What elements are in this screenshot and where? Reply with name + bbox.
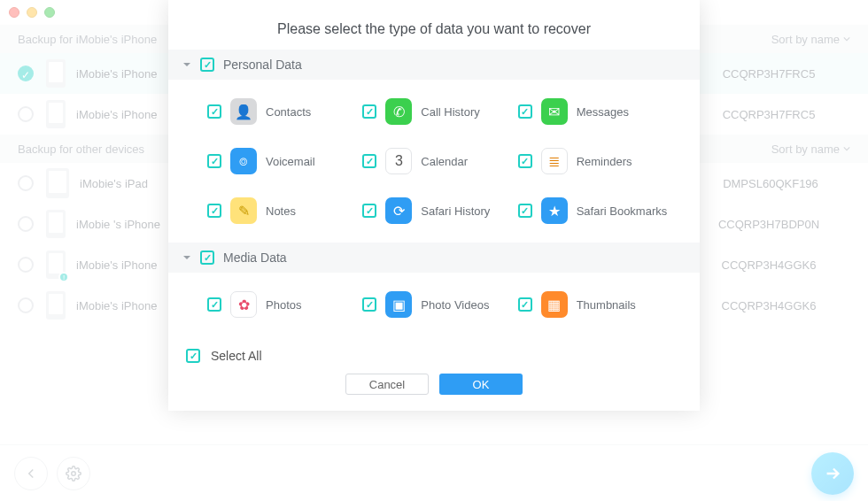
data-type-item[interactable]: ⌾ Voicemail (207, 136, 362, 186)
item-checkbox[interactable] (518, 204, 532, 218)
item-checkbox[interactable] (362, 104, 376, 119)
chevron-down-icon (182, 253, 191, 262)
thumbnails-icon: ▦ (541, 291, 568, 318)
category-name: Media Data (223, 250, 287, 265)
contacts-icon: 👤 (230, 98, 257, 125)
cancel-button[interactable]: Cancel (345, 374, 429, 395)
item-checkbox[interactable] (207, 104, 221, 119)
data-type-item[interactable]: ≣ Reminders (518, 136, 673, 186)
category-checkbox[interactable] (200, 250, 214, 265)
photovideos-icon: ▣ (385, 291, 412, 318)
item-label: Notes (266, 204, 296, 218)
item-label: Messages (577, 105, 629, 119)
category-header[interactable]: Personal Data (168, 50, 700, 80)
item-label: Calendar (421, 155, 468, 168)
data-type-item[interactable]: ⟳ Safari History (362, 186, 517, 235)
item-label: Safari Bookmarks (577, 204, 668, 218)
data-type-item[interactable]: ✆ Call History (362, 87, 517, 136)
item-label: Contacts (266, 105, 311, 119)
item-checkbox[interactable] (518, 297, 532, 312)
select-all-row[interactable]: Select All (182, 343, 686, 368)
safarihistory-icon: ⟳ (385, 197, 412, 224)
data-type-item[interactable]: ✎ Notes (207, 186, 362, 235)
item-checkbox[interactable] (518, 104, 532, 119)
item-checkbox[interactable] (207, 297, 221, 312)
calendar-icon: 3 (385, 148, 412, 174)
category-name: Personal Data (223, 58, 302, 72)
item-checkbox[interactable] (362, 204, 376, 218)
voicemail-icon: ⌾ (230, 148, 257, 174)
item-label: Reminders (577, 155, 632, 168)
data-type-item[interactable]: ✿ Photos (207, 280, 362, 329)
category-grid: 👤 Contacts ✆ Call History ✉ Messages ⌾ V… (168, 80, 700, 243)
item-label: Photo Videos (421, 298, 489, 312)
select-all-label: Select All (211, 349, 262, 363)
data-type-item[interactable]: 👤 Contacts (207, 87, 362, 136)
safaribookmarks-icon: ★ (541, 197, 568, 224)
item-label: Photos (266, 298, 301, 312)
photos-icon: ✿ (230, 291, 257, 318)
item-checkbox[interactable] (362, 154, 376, 168)
item-label: Thumbnails (577, 298, 636, 312)
item-checkbox[interactable] (518, 154, 532, 168)
chevron-down-icon (182, 60, 191, 69)
data-type-item[interactable]: ★ Safari Bookmarks (518, 186, 673, 235)
data-type-item[interactable]: ▦ Thumbnails (518, 280, 673, 329)
callhistory-icon: ✆ (385, 98, 412, 125)
category-header[interactable]: Media Data (168, 243, 700, 273)
item-checkbox[interactable] (207, 204, 221, 218)
reminders-icon: ≣ (541, 148, 568, 174)
ok-button[interactable]: OK (439, 374, 523, 395)
notes-icon: ✎ (230, 197, 257, 224)
item-label: Safari History (421, 204, 490, 218)
messages-icon: ✉ (541, 98, 568, 125)
item-checkbox[interactable] (207, 154, 221, 168)
data-type-item[interactable]: ✉ Messages (518, 87, 673, 136)
category-grid: ✿ Photos ▣ Photo Videos ▦ Thumbnails (168, 273, 700, 336)
data-type-item[interactable]: ▣ Photo Videos (362, 280, 517, 329)
item-label: Call History (421, 105, 479, 119)
data-type-modal: Please select the type of data you want … (168, 0, 700, 411)
category-checkbox[interactable] (200, 58, 214, 72)
item-label: Voicemail (266, 155, 315, 168)
modal-title: Please select the type of data you want … (168, 0, 700, 50)
item-checkbox[interactable] (362, 297, 376, 312)
data-type-item[interactable]: 3 Calendar (362, 136, 517, 186)
select-all-checkbox[interactable] (186, 349, 200, 363)
